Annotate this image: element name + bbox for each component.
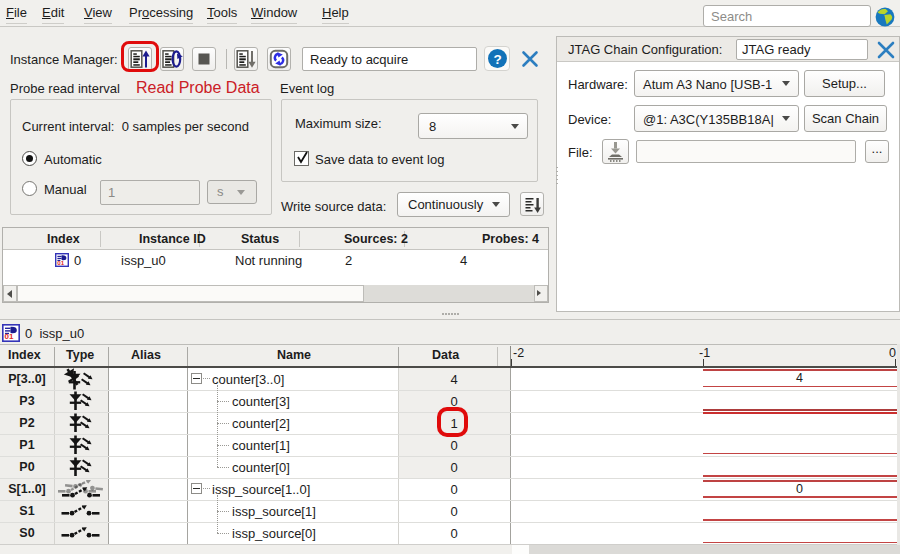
svg-text:01: 01 xyxy=(57,259,64,266)
svg-text:01: 01 xyxy=(5,332,14,341)
